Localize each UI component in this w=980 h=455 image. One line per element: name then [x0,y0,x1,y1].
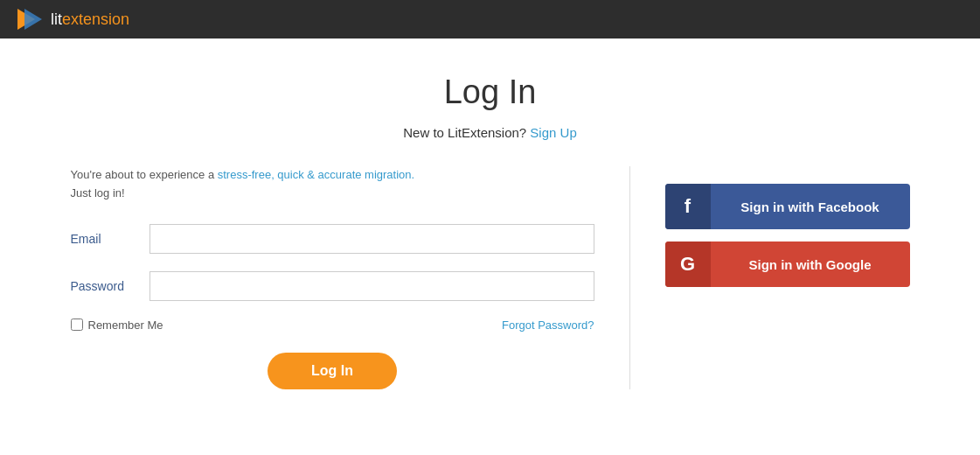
password-label: Password [71,279,149,293]
google-icon: G [665,242,711,287]
email-input[interactable] [149,224,594,254]
facebook-icon: f [665,184,711,229]
facebook-label: Sign in with Facebook [711,200,910,214]
content-wrapper: You're about to experience a stress-free… [71,166,910,389]
password-row: Password [71,271,594,301]
email-row: Email [71,224,594,254]
signup-prompt: New to LitExtension? Sign Up [403,125,576,140]
social-login-column: f Sign in with Facebook G Sign in with G… [665,166,910,287]
forgot-password-link[interactable]: Forgot Password? [502,318,594,332]
facebook-login-button[interactable]: f Sign in with Facebook [665,184,910,229]
logo-text: litextension [51,10,129,29]
login-form-column: You're about to experience a stress-free… [71,166,630,389]
signup-link[interactable]: Sign Up [530,125,576,140]
google-label: Sign in with Google [711,257,910,272]
google-login-button[interactable]: G Sign in with Google [665,242,910,287]
logo[interactable]: litextension [17,9,129,30]
password-input[interactable] [149,271,594,301]
svg-marker-1 [24,9,42,30]
main-content: Log In New to LitExtension? Sign Up You'… [0,38,980,389]
page-title: Log In [444,74,537,111]
remember-me-checkbox[interactable] [71,318,83,331]
tagline: You're about to experience a stress-free… [71,166,594,203]
email-label: Email [71,232,149,246]
remember-me-label[interactable]: Remember Me [71,318,163,332]
form-options: Remember Me Forgot Password? [71,318,594,332]
login-btn-wrapper: Log In [71,353,594,389]
header: litextension [0,0,980,38]
login-button[interactable]: Log In [268,353,397,389]
